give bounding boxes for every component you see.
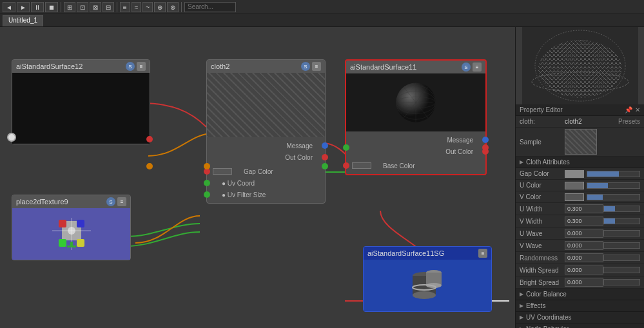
node-header-icons-sg: ≡ <box>478 249 487 258</box>
s-icon-cloth2[interactable]: S <box>301 62 310 71</box>
width-spread-slider[interactable] <box>603 267 640 273</box>
prop-input-v-wave[interactable] <box>565 241 603 250</box>
section-triangle-fx: ▶ <box>520 303 523 309</box>
prop-input-u-width[interactable] <box>565 204 603 213</box>
s-icon-place2d[interactable]: S <box>106 197 115 206</box>
v-width-slider[interactable] <box>603 218 640 224</box>
toolbar-btn-2[interactable]: ► <box>17 2 30 12</box>
panel-header-icons: 📌 ✕ <box>625 106 640 113</box>
port-green-cloth2-right[interactable] <box>322 163 328 169</box>
panel-pin-icon[interactable]: 📌 <box>625 106 632 113</box>
bright-spread-slider[interactable] <box>603 279 640 285</box>
u-width-slider[interactable] <box>603 206 640 212</box>
prop-presets-btn[interactable]: Presets <box>618 118 640 125</box>
section-effects[interactable]: ▶ Effects <box>516 300 644 312</box>
port-dot-basecolor-left[interactable] <box>343 162 349 169</box>
menu-icon-11[interactable]: ≡ <box>473 63 482 72</box>
u-color-slider[interactable] <box>587 182 640 189</box>
port-label-message: Message <box>277 142 322 150</box>
node-place2dTexture9[interactable]: place2dTexture9 S ≡ <box>12 195 131 260</box>
sep-3 <box>181 2 182 12</box>
prop-label-u-wave: U Wave <box>520 230 565 237</box>
prop-label-v-wave: V Wave <box>520 242 565 249</box>
cloth-render-svg <box>522 27 638 104</box>
menu-icon-place2d[interactable]: ≡ <box>117 197 126 206</box>
toolbar-btn-11[interactable]: ~ <box>142 2 153 12</box>
toolbar-btn-10[interactable]: ≈ <box>132 2 142 12</box>
port-red-11-right[interactable] <box>482 144 489 151</box>
property-editor-title: Property Editor <box>520 106 563 113</box>
toolbar-btn-1[interactable]: ◄ <box>3 2 15 12</box>
toolbar-btn-9[interactable]: ≡ <box>120 2 130 12</box>
section-cloth-attrs[interactable]: ▶ Cloth Attributes <box>516 157 644 168</box>
v-color-slider[interactable] <box>587 194 640 200</box>
node-header-icons: S ≡ <box>126 62 146 71</box>
menu-icon-sg[interactable]: ≡ <box>478 249 487 258</box>
section-triangle-cloth: ▶ <box>520 159 523 165</box>
v-wave-slider[interactable] <box>603 242 640 249</box>
port-dot-message-cloth2[interactable] <box>322 142 328 149</box>
preview-cloth2 <box>207 73 325 137</box>
section-uv-coords[interactable]: ▶ UV Coordinates <box>516 312 644 323</box>
prop-input-randomness[interactable] <box>565 253 603 262</box>
port-dot-uvcoord-left[interactable] <box>204 180 210 186</box>
node-canvas[interactable]: aiStandardSurface12 S ≡ cloth2 S ≡ <box>0 27 515 328</box>
svg-rect-12 <box>59 239 66 247</box>
tab-untitled[interactable]: Untitled_1 <box>3 15 43 26</box>
node-aiStandardSurface11[interactable]: aiStandardSurface11 S ≡ <box>345 59 487 175</box>
port-uvfilter-cloth2: ● Uv Filter Size <box>207 189 325 200</box>
node-aiStandardSurface11SG[interactable]: aiStandardSurface11SG ≡ <box>363 246 492 312</box>
u-color-swatch[interactable] <box>565 182 584 189</box>
section-node-behavior[interactable]: ▶ Node Behavior <box>516 323 644 328</box>
preview-aiStandardSurface11 <box>346 73 485 131</box>
toolbar-btn-7[interactable]: ⊠ <box>90 2 101 12</box>
menu-icon-12[interactable]: ≡ <box>137 62 146 71</box>
toolbar-btn-6[interactable]: ⊡ <box>77 2 88 12</box>
sep-2 <box>117 2 117 12</box>
u-wave-slider[interactable] <box>603 230 640 236</box>
prop-input-width-spread[interactable] <box>565 265 603 275</box>
prop-input-v-width[interactable] <box>565 217 603 226</box>
node-cloth2[interactable]: cloth2 S ≡ Message Out Color <box>206 59 326 204</box>
sphere-svg <box>393 80 438 125</box>
prop-label-v-color: V Color <box>520 193 565 200</box>
prop-row-randomness: Randomness <box>516 252 644 264</box>
prop-row-bright-spread: Bright Spread <box>516 276 644 289</box>
s-icon-12[interactable]: S <box>126 62 135 71</box>
toolbar-btn-12[interactable]: ⊕ <box>154 2 166 12</box>
panel-close-icon[interactable]: ✕ <box>635 106 640 113</box>
right-port-orange-12[interactable] <box>146 163 153 169</box>
section-label-uv: UV Coordinates <box>526 314 572 321</box>
node-title-cloth2: cloth2 <box>211 63 229 70</box>
node-header-sg: aiStandardSurface11SG ≡ <box>364 247 491 260</box>
node-aiStandardSurface12[interactable]: aiStandardSurface12 S ≡ <box>12 59 150 144</box>
prop-value-cloth: cloth2 <box>565 118 618 125</box>
gap-color-slider[interactable] <box>587 171 640 177</box>
section-triangle-uv: ▶ <box>520 314 523 320</box>
gap-color-swatch[interactable] <box>565 170 584 178</box>
node-header-icons-place2d: S ≡ <box>106 197 126 206</box>
menu-icon-cloth2[interactable]: ≡ <box>312 62 321 71</box>
randomness-slider[interactable] <box>603 255 640 261</box>
toolbar-btn-5[interactable]: ⊞ <box>64 2 75 12</box>
toolbar-btn-3[interactable]: ⏸ <box>31 2 44 12</box>
prop-input-u-wave[interactable] <box>565 229 603 238</box>
right-port-red-12[interactable] <box>146 136 153 142</box>
section-color-balance[interactable]: ▶ Color Balance <box>516 289 644 300</box>
port-dot-uvfilter-left[interactable] <box>204 191 210 198</box>
port-dot-outcolor-cloth2[interactable] <box>322 154 328 160</box>
v-color-swatch[interactable] <box>565 193 584 201</box>
property-editor-header: Property Editor 📌 ✕ <box>516 104 644 116</box>
port-dot-message-11[interactable] <box>482 137 489 143</box>
sample-preview <box>565 129 597 155</box>
prop-row-gap-color: Gap Color <box>516 168 644 180</box>
port-green-11-left[interactable] <box>343 144 349 151</box>
toolbar-btn-4[interactable]: ⏹ <box>45 2 58 12</box>
port-orange-cloth2-left[interactable] <box>204 163 210 169</box>
left-connector-12[interactable] <box>7 133 16 142</box>
s-icon-11[interactable]: S <box>462 63 471 72</box>
toolbar-btn-8[interactable]: ⊟ <box>102 2 114 12</box>
prop-input-bright-spread[interactable] <box>565 278 603 287</box>
toolbar-btn-13[interactable]: ⊗ <box>167 2 179 12</box>
search-input[interactable] <box>184 2 236 12</box>
